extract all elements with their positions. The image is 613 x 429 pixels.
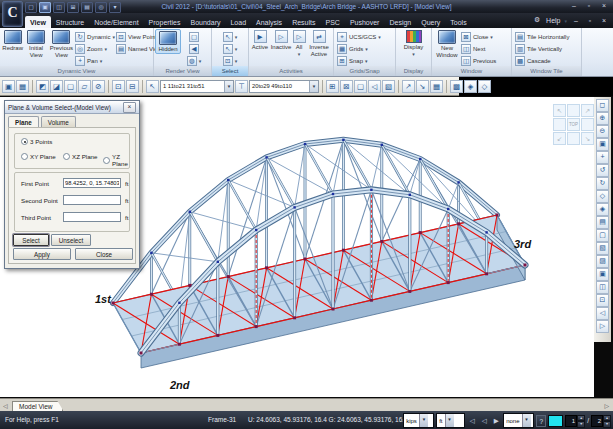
stage-select[interactable]: none▼: [503, 413, 534, 428]
next-view-icon[interactable]: ▷: [596, 320, 609, 333]
node-number-icon[interactable]: ↗: [402, 80, 415, 93]
dialog-close-icon[interactable]: ×: [123, 102, 136, 113]
minimize-icon[interactable]: [569, 2, 579, 10]
named-view-button[interactable]: ▤Named View: [116, 43, 152, 54]
rotate-up-left-icon[interactable]: ↖: [553, 104, 566, 117]
element-number-icon[interactable]: ↘: [416, 80, 429, 93]
next-window-button[interactable]: ◫Next: [461, 43, 509, 54]
new-window-icon[interactable]: ▣: [596, 268, 609, 281]
grid-toggle-icon[interactable]: ▦: [430, 80, 443, 93]
grids-button[interactable]: ▦Grids: [337, 43, 381, 54]
wireframe-icon[interactable]: ▢: [354, 80, 367, 93]
tile-vertically-button[interactable]: ▥Tile Vertically: [515, 43, 569, 54]
menu-tab-design[interactable]: Design: [384, 16, 416, 28]
radio-xz-plane[interactable]: XZ Plane: [63, 153, 97, 160]
rotate-up-right-icon[interactable]: ↗: [581, 104, 594, 117]
radio-xy-icon[interactable]: [21, 153, 28, 160]
rotate-down-right-icon[interactable]: ↘: [581, 132, 594, 145]
initial-view-button[interactable]: Initial View: [24, 29, 47, 58]
deactivate-icon[interactable]: ▦: [16, 80, 29, 93]
radio-xy-plane[interactable]: XY Plane: [21, 153, 56, 160]
wireframe-mode-icon[interactable]: ▢: [596, 229, 609, 242]
lock-result-icon[interactable]: ◇: [478, 80, 491, 93]
settings-gear-icon[interactable]: [532, 16, 542, 24]
all-activities-button[interactable]: ▷ All: [292, 29, 306, 57]
render-toggle-icon[interactable]: ⊠: [340, 80, 353, 93]
app-logo[interactable]: C: [2, 1, 23, 27]
render-shading-button[interactable]: ◀: [189, 43, 199, 54]
radio-yz-icon[interactable]: [103, 157, 110, 164]
qat-customize-icon[interactable]: ▾: [109, 2, 121, 13]
mdi-minimize-icon[interactable]: [571, 17, 581, 24]
menu-tab-results[interactable]: Results: [287, 16, 320, 28]
context-help-button[interactable]: ?: [536, 415, 546, 427]
render-options-button[interactable]: ◍: [187, 55, 202, 66]
tab-volume[interactable]: Volume: [41, 116, 76, 127]
view-angle-icon[interactable]: ◇: [596, 190, 609, 203]
menu-tab-pushover[interactable]: Pushover: [345, 16, 385, 28]
select-polygon-icon[interactable]: ▱: [78, 80, 91, 93]
zoom-in-icon[interactable]: ⊕: [596, 112, 609, 125]
shading-mode-icon[interactable]: ▨: [596, 255, 609, 268]
zoom-out-icon[interactable]: ⊖: [596, 125, 609, 138]
pan-button[interactable]: +Pan: [75, 55, 116, 66]
redraw-button[interactable]: Redraw: [1, 29, 24, 52]
select-previous-icon[interactable]: ◪: [50, 80, 63, 93]
mdi-close-icon[interactable]: [599, 17, 609, 24]
view-right-edge[interactable]: [581, 118, 594, 131]
radio-yz-plane[interactable]: YZ Plane: [103, 153, 129, 167]
select-all-icon[interactable]: ◩: [36, 80, 49, 93]
menu-tab-tools[interactable]: Tools: [445, 16, 471, 28]
third-point-input[interactable]: [63, 212, 121, 222]
activate-icon[interactable]: ▣: [2, 80, 15, 93]
pan-icon[interactable]: +: [596, 151, 609, 164]
inactive-button[interactable]: ▷ Inactive: [270, 29, 292, 51]
unselect-button[interactable]: Unselect: [51, 234, 91, 246]
shrink-elements-icon[interactable]: ◁: [368, 80, 381, 93]
stage-play-icon[interactable]: ▶: [491, 415, 501, 427]
view-bottom-edge[interactable]: [567, 132, 580, 145]
menu-tab-psc[interactable]: PSC: [320, 16, 344, 28]
inverse-active-button[interactable]: ⇄ Inverse Active: [306, 29, 332, 57]
display-button[interactable]: Display: [399, 29, 429, 57]
force-unit-select[interactable]: kips▼: [403, 413, 434, 428]
color-swatch[interactable]: [548, 415, 563, 427]
first-point-input[interactable]: [63, 178, 121, 188]
view-top-edge[interactable]: [567, 104, 580, 117]
node-range-combo[interactable]: 1 11to21 31to51▼: [160, 80, 234, 93]
snap-button[interactable]: ⊞Snap: [337, 55, 381, 66]
select-single-icon[interactable]: ↖: [146, 80, 159, 93]
tab-model-view[interactable]: Model View: [12, 401, 63, 411]
menu-tab-properties[interactable]: Properties: [144, 16, 186, 28]
stage-first-icon[interactable]: ◁: [467, 415, 477, 427]
save-icon[interactable]: ◫: [53, 2, 65, 13]
zoom-fit-icon[interactable]: ⊞: [326, 80, 339, 93]
mdi-restore-icon[interactable]: [585, 17, 595, 24]
print-icon[interactable]: ▤: [81, 2, 93, 13]
spin-down-icon[interactable]: ▼: [577, 421, 585, 428]
perspective-icon[interactable]: ◈: [596, 203, 609, 216]
rotate-left-icon[interactable]: ↺: [596, 164, 609, 177]
restore-icon[interactable]: [584, 2, 594, 10]
zoom-auto-icon[interactable]: ▣: [596, 138, 609, 151]
tile-horizontally-button[interactable]: ▤Tile Horizontally: [515, 31, 569, 42]
menu-tab-load[interactable]: Load: [225, 16, 251, 28]
hidden-mode-icon[interactable]: ▧: [596, 242, 609, 255]
zoom-button[interactable]: ◎Zoom: [75, 43, 116, 54]
view-total-spinner[interactable]: 2 ▲▼: [591, 415, 611, 427]
select-identity-icon[interactable]: ⊡: [112, 80, 125, 93]
help-menu[interactable]: Help: [546, 17, 560, 24]
radio-3-points[interactable]: 3 Points: [21, 138, 52, 145]
previous-view-icon[interactable]: ◁: [596, 307, 609, 320]
dialog-title-bar[interactable]: Plane & Volume Select-(Model View) ×: [5, 101, 139, 114]
select-window-icon[interactable]: ▢: [64, 80, 77, 93]
rotate-down-left-icon[interactable]: ↙: [553, 132, 566, 145]
view-number-spinner[interactable]: 1 ▲▼: [565, 415, 585, 427]
menu-tab-view[interactable]: View: [25, 16, 51, 28]
menu-tab-structure[interactable]: Structure: [51, 16, 89, 28]
view-top-button[interactable]: TOP: [567, 118, 580, 131]
open-project-icon[interactable]: ▣: [39, 2, 51, 13]
dynamic-rotate-button[interactable]: ↻Dynamic: [75, 31, 116, 42]
new-window-button[interactable]: New Window: [433, 29, 461, 58]
select-single-button[interactable]: ↖: [223, 31, 238, 42]
